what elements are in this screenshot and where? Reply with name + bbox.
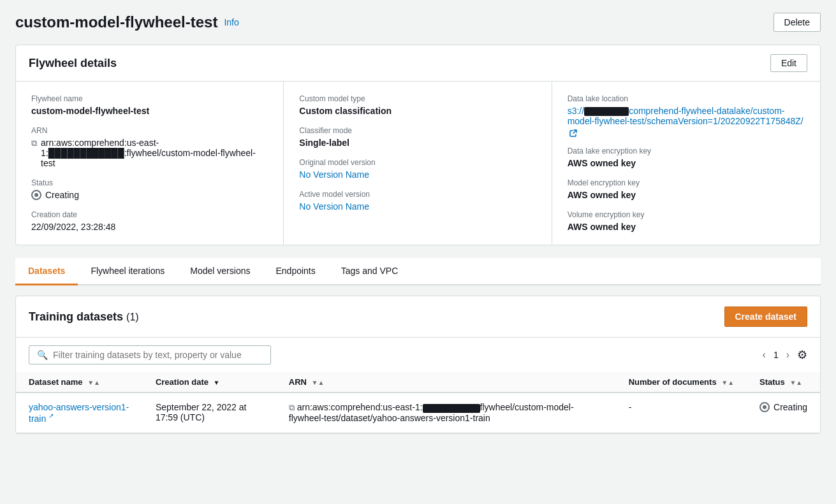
create-dataset-button[interactable]: Create dataset bbox=[724, 306, 808, 327]
creation-date-value: 22/09/2022, 23:28:48 bbox=[31, 222, 268, 232]
row-arn-cell: ⧉ arn:aws:comprehend:us-east-1:flywheel/… bbox=[276, 392, 616, 433]
pagination-row: ‹ 1 › ⚙ bbox=[760, 348, 807, 362]
flywheel-details-card: Flywheel details Edit Flywheel name cust… bbox=[15, 45, 821, 245]
next-page-button[interactable]: › bbox=[784, 348, 792, 362]
col-header-num-docs[interactable]: Number of documents ▼▲ bbox=[616, 372, 747, 392]
search-input[interactable] bbox=[53, 350, 263, 360]
model-type-field: Custom model type Custom classification bbox=[299, 94, 536, 116]
table-body: yahoo-answers-version1-train ↗ September… bbox=[16, 392, 820, 433]
row-creation-date-cell: September 22, 2022 at 17:59 (UTC) bbox=[143, 392, 276, 433]
classifier-mode-value: Single-label bbox=[299, 138, 536, 148]
model-type-label: Custom model type bbox=[299, 94, 536, 103]
model-type-value: Custom classification bbox=[299, 106, 536, 116]
col-header-creation-date[interactable]: Creation date ▼ bbox=[143, 372, 276, 392]
datasets-header: Training datasets (1) Create dataset bbox=[16, 296, 820, 338]
model-enc-value: AWS owned key bbox=[568, 190, 805, 200]
page-number: 1 bbox=[774, 350, 779, 360]
status-creating-icon bbox=[31, 190, 41, 200]
row-status-value: Creating bbox=[774, 402, 807, 412]
classifier-mode-field: Classifier mode Single-label bbox=[299, 126, 536, 148]
volume-enc-value: AWS owned key bbox=[568, 222, 805, 232]
volume-enc-field: Volume encryption key AWS owned key bbox=[568, 210, 805, 232]
arn-label: ARN bbox=[31, 126, 268, 135]
table-row: yahoo-answers-version1-train ↗ September… bbox=[16, 392, 820, 433]
flywheel-name-field: Flywheel name custom-model-flywheel-test bbox=[31, 94, 268, 116]
data-lake-label: Data lake location bbox=[568, 94, 805, 103]
details-col-1: Flywheel name custom-model-flywheel-test… bbox=[16, 82, 284, 245]
row-name-cell: yahoo-answers-version1-train ↗ bbox=[16, 392, 143, 433]
status-label: Status bbox=[31, 178, 268, 187]
original-model-label: Original model version bbox=[299, 158, 536, 167]
arn-value: arn:aws:comprehend:us-east-1:███████████… bbox=[41, 138, 268, 168]
col-header-name[interactable]: Dataset name ▼▲ bbox=[16, 372, 143, 392]
search-box[interactable]: 🔍 bbox=[29, 345, 271, 364]
page-title: custom-model-flywheel-test bbox=[15, 13, 217, 31]
row-status-icon bbox=[759, 402, 770, 412]
card-title: Flywheel details bbox=[29, 57, 117, 70]
sort-docs-icon: ▼▲ bbox=[721, 379, 734, 386]
flywheel-name-label: Flywheel name bbox=[31, 94, 268, 103]
table-head: Dataset name ▼▲ Creation date ▼ ARN ▼▲ N… bbox=[16, 372, 820, 392]
data-lake-field: Data lake location s3://comprehend-flywh… bbox=[568, 94, 805, 136]
tab-model-versions[interactable]: Model versions bbox=[177, 258, 263, 285]
redacted-account-id bbox=[584, 107, 629, 116]
details-col-2: Custom model type Custom classification … bbox=[284, 82, 552, 245]
active-model-label: Active model version bbox=[299, 190, 536, 199]
data-lake-value[interactable]: s3://comprehend-flywheel-datalake/custom… bbox=[568, 106, 805, 136]
active-model-value[interactable]: No Version Name bbox=[299, 201, 369, 212]
delete-button[interactable]: Delete bbox=[774, 13, 821, 32]
redacted-arn bbox=[423, 404, 480, 413]
tab-endpoints[interactable]: Endpoints bbox=[263, 258, 328, 285]
row-num-docs-cell: - bbox=[616, 392, 747, 433]
tab-flywheel-iterations[interactable]: Flywheel iterations bbox=[78, 258, 177, 285]
info-link[interactable]: Info bbox=[224, 17, 238, 27]
page-title-row: custom-model-flywheel-test Info bbox=[15, 13, 239, 31]
col-header-arn[interactable]: ARN ▼▲ bbox=[276, 372, 616, 392]
table-settings-button[interactable]: ⚙ bbox=[797, 348, 807, 362]
datasets-count: (1) bbox=[126, 312, 139, 322]
prev-page-button[interactable]: ‹ bbox=[760, 348, 768, 362]
model-enc-label: Model encryption key bbox=[568, 178, 805, 187]
datasets-table: Dataset name ▼▲ Creation date ▼ ARN ▼▲ N… bbox=[16, 372, 820, 433]
tab-datasets[interactable]: Datasets bbox=[15, 258, 78, 285]
original-model-field: Original model version No Version Name bbox=[299, 158, 536, 180]
external-link-icon bbox=[569, 129, 577, 136]
page-header: custom-model-flywheel-test Info Delete bbox=[15, 13, 821, 32]
table-toolbar: 🔍 ‹ 1 › ⚙ bbox=[16, 338, 820, 372]
active-model-field: Active model version No Version Name bbox=[299, 190, 536, 212]
data-lake-enc-value: AWS owned key bbox=[568, 158, 805, 168]
status-value: Creating bbox=[45, 190, 79, 200]
datasets-card: Training datasets (1) Create dataset 🔍 ‹… bbox=[15, 296, 821, 434]
data-lake-enc-field: Data lake encryption key AWS owned key bbox=[568, 147, 805, 168]
card-header: Flywheel details Edit bbox=[16, 45, 820, 82]
flywheel-name-value: custom-model-flywheel-test bbox=[31, 106, 268, 116]
model-enc-field: Model encryption key AWS owned key bbox=[568, 178, 805, 200]
original-model-value[interactable]: No Version Name bbox=[299, 169, 369, 180]
datasets-title-row: Training datasets (1) bbox=[29, 310, 139, 324]
arn-field: ARN ⧉ arn:aws:comprehend:us-east-1:█████… bbox=[31, 126, 268, 168]
arn-copy-icon[interactable]: ⧉ bbox=[289, 403, 295, 412]
creation-date-field: Creation date 22/09/2022, 23:28:48 bbox=[31, 210, 268, 232]
volume-enc-label: Volume encryption key bbox=[568, 210, 805, 219]
sort-date-icon: ▼ bbox=[214, 379, 220, 386]
row-status-cell: Creating bbox=[747, 392, 820, 433]
sort-status-icon: ▼▲ bbox=[789, 379, 802, 386]
status-row: Creating bbox=[31, 190, 268, 200]
card-body: Flywheel name custom-model-flywheel-test… bbox=[16, 82, 820, 245]
col-header-status[interactable]: Status ▼▲ bbox=[747, 372, 820, 392]
data-lake-enc-label: Data lake encryption key bbox=[568, 147, 805, 155]
tab-tags-vpc[interactable]: Tags and VPC bbox=[328, 258, 411, 285]
sort-arn-icon: ▼▲ bbox=[312, 379, 325, 386]
status-field: Status Creating bbox=[31, 178, 268, 200]
tabs-bar: Datasets Flywheel iterations Model versi… bbox=[15, 258, 821, 285]
arn-row: ⧉ arn:aws:comprehend:us-east-1:█████████… bbox=[31, 138, 268, 168]
copy-icon[interactable]: ⧉ bbox=[31, 138, 37, 148]
edit-button[interactable]: Edit bbox=[770, 54, 807, 72]
search-icon: 🔍 bbox=[37, 350, 48, 360]
classifier-mode-label: Classifier mode bbox=[299, 126, 536, 135]
creation-date-label: Creation date bbox=[31, 210, 268, 219]
datasets-title: Training datasets (1) bbox=[29, 310, 139, 323]
sort-name-icon: ▼▲ bbox=[87, 379, 100, 386]
external-icon-small: ↗ bbox=[48, 412, 54, 419]
dataset-name-link[interactable]: yahoo-answers-version1-train ↗ bbox=[29, 402, 129, 424]
